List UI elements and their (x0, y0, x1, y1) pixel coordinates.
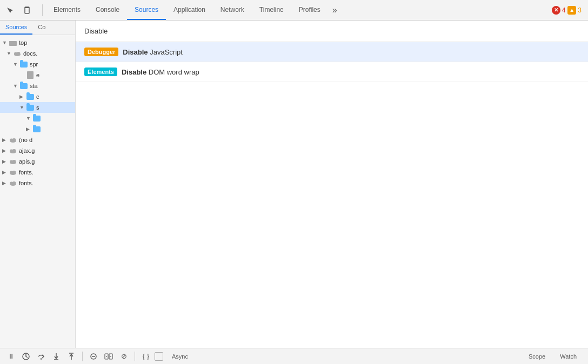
tab-application[interactable]: Application (166, 0, 213, 20)
warning-count[interactable]: ▲ 3 (567, 6, 582, 15)
tab-console[interactable]: Console (88, 0, 127, 20)
watch-tab[interactable]: Watch (553, 352, 584, 361)
tab-elements[interactable]: Elements (46, 0, 88, 20)
autocomplete-item-debugger-js[interactable]: Debugger Disable JavaScript (76, 42, 588, 62)
tab-sources[interactable]: Sources (127, 0, 166, 20)
step-into-button[interactable] (50, 350, 63, 363)
tree-item-sub[interactable]: ▼ (0, 113, 75, 124)
autocomplete-header: Disable (76, 21, 588, 42)
svg-point-6 (17, 52, 21, 55)
tree-item-sub2[interactable]: ▶ (0, 124, 75, 134)
tree-item-no-domain[interactable]: ▶ (no d (0, 134, 75, 145)
error-count[interactable]: ✕ 4 (552, 6, 566, 15)
tree-arrow: ▼ (26, 116, 32, 121)
tree-label: docs. (23, 50, 37, 57)
tree-item-top[interactable]: ▼ top (0, 37, 75, 48)
badge-debugger: Debugger (84, 48, 118, 56)
svg-point-22 (12, 181, 16, 185)
tree-arrow: ▶ (26, 126, 32, 132)
tree-arrow: ▶ (2, 137, 9, 143)
tree-item-s[interactable]: ▼ s (0, 102, 75, 113)
tree-item-fonts1[interactable]: ▶ fonts. (0, 167, 75, 178)
tree-label: e (36, 72, 39, 78)
scope-tab[interactable]: Scope (522, 352, 552, 361)
tree-arrow: ▶ (2, 159, 9, 164)
tree-item-ajax[interactable]: ▶ ajax.g (0, 145, 75, 156)
folder-icon (19, 60, 28, 69)
warning-icon: ▲ (567, 6, 576, 15)
tree-arrow: ▶ (2, 170, 9, 175)
tree-arrow: ▼ (13, 83, 19, 89)
cloud-icon (9, 179, 17, 187)
tree-label: apis.g (19, 158, 35, 165)
pause-button[interactable]: ⏸ (4, 350, 17, 363)
svg-rect-7 (27, 71, 34, 79)
sidebar-tab-sources[interactable]: Sources (0, 21, 32, 35)
autocomplete-rest: DOM word wrap (146, 68, 199, 76)
cloud-icon (9, 136, 17, 144)
breakpoints-icon[interactable] (87, 350, 100, 363)
async-checkbox[interactable] (155, 352, 163, 361)
bottom-divider (82, 352, 83, 361)
svg-point-16 (12, 160, 16, 163)
tab-profiles[interactable]: Profiles (291, 0, 328, 20)
folder-icon (32, 114, 41, 123)
async-label: Async (168, 353, 192, 360)
tab-bar: Elements Console Sources Application Net… (46, 0, 552, 20)
cloud-icon (9, 146, 17, 155)
tree-label: c (36, 93, 39, 100)
autocomplete-item-elements-dom[interactable]: Elements Disable DOM word wrap (76, 62, 588, 82)
main-area: Sources Co ▼ top ▼ docs. ▼ (0, 21, 588, 348)
autocomplete-container: Disable Debugger Disable JavaScript Elem… (76, 21, 588, 348)
toolbar-icons (2, 3, 35, 18)
tree-label: fonts. (19, 169, 34, 176)
tree-item-docs[interactable]: ▼ docs. (0, 48, 75, 59)
content-area: Disable Debugger Disable JavaScript Elem… (76, 21, 588, 348)
badge-elements: Elements (84, 68, 117, 76)
devtools-toolbar: Elements Console Sources Application Net… (0, 0, 588, 21)
autocomplete-query: Disable (84, 27, 108, 35)
step-out-button[interactable] (65, 350, 78, 363)
autocomplete-bold: Disable (122, 68, 146, 76)
cursor-icon[interactable] (2, 3, 17, 18)
cloud-icon (9, 168, 17, 177)
tree-item-fonts2[interactable]: ▶ fonts. (0, 178, 75, 188)
svg-point-10 (12, 138, 16, 141)
sidebar: Sources Co ▼ top ▼ docs. ▼ (0, 21, 76, 348)
deactivate-breakpoints-icon[interactable]: ⊘ (117, 350, 130, 363)
bottom-toolbar: ⏸ ⊘ { } Async Scope Watch (0, 348, 588, 364)
autocomplete-rest: JavaScript (148, 48, 183, 56)
tree-item-sta[interactable]: ▼ sta (0, 80, 75, 91)
autocomplete-bold: Disable (123, 48, 148, 56)
cloud-icon (13, 49, 22, 58)
autocomplete-list: Debugger Disable JavaScript Elements Dis… (76, 42, 588, 348)
tab-network[interactable]: Network (213, 0, 252, 20)
resume-icon[interactable] (19, 350, 32, 363)
folder-icon (19, 82, 28, 90)
tree-item-apis[interactable]: ▶ apis.g (0, 156, 75, 167)
tree-label: (no d (19, 137, 32, 143)
mobile-icon[interactable] (19, 3, 35, 18)
prettify-icon[interactable]: { } (139, 350, 152, 363)
sidebar-tree: ▼ top ▼ docs. ▼ spr (0, 35, 75, 348)
sidebar-tab-content[interactable]: Co (32, 21, 51, 35)
tree-item-e[interactable]: e (0, 70, 75, 80)
tree-arrow: ▶ (19, 94, 26, 99)
tab-timeline[interactable]: Timeline (252, 0, 291, 20)
tree-item-spr[interactable]: ▼ spr (0, 59, 75, 70)
tree-label: top (19, 39, 27, 46)
tree-label: ajax.g (19, 147, 35, 154)
toolbar-divider (42, 4, 43, 16)
svg-rect-1 (25, 7, 29, 8)
svg-point-13 (12, 149, 16, 152)
more-tabs-button[interactable]: » (328, 0, 342, 20)
scope-watch-tabs: Scope Watch (522, 352, 584, 361)
step-over-button[interactable] (35, 350, 48, 363)
tree-arrow: ▼ (19, 105, 26, 110)
dom-breakpoints-icon[interactable] (102, 350, 115, 363)
folder-icon (26, 103, 35, 112)
tree-arrow: ▼ (6, 51, 13, 56)
tree-arrow: ▶ (2, 180, 9, 186)
cloud-icon (9, 157, 17, 166)
tree-item-c[interactable]: ▶ c (0, 91, 75, 102)
